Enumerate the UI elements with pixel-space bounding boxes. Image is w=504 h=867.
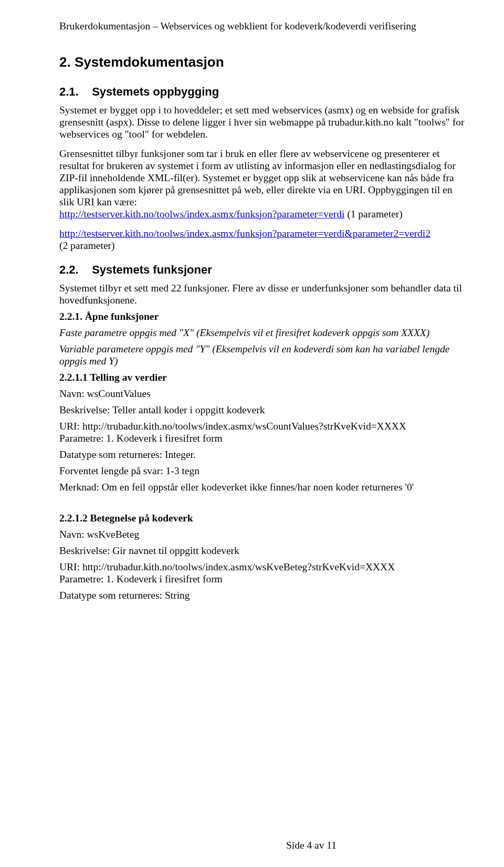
field-uri: URI: http://trubadur.kith.no/toolws/inde… bbox=[59, 561, 467, 573]
heading-text: Systemets funksjoner bbox=[92, 263, 212, 276]
paragraph: Systemet tilbyr et sett med 22 funksjone… bbox=[59, 282, 467, 306]
field-length: Forventet lengde på svar: 1-3 tegn bbox=[59, 465, 467, 477]
uri-link-2[interactable]: http://testserver.kith.no/toolws/index.a… bbox=[59, 228, 430, 239]
text-segment: (1 parameter) bbox=[344, 208, 402, 220]
heading-2-1: 2.1. Systemets oppbygging bbox=[59, 85, 467, 99]
heading-number: 2.2. bbox=[59, 263, 89, 277]
field-parameters: Parametre: 1. Kodeverk i firesifret form bbox=[59, 573, 467, 585]
field-description: Beskrivelse: Teller antall koder i oppgi… bbox=[59, 404, 467, 416]
field-datatype: Datatype som returneres: String bbox=[59, 589, 467, 601]
field-name: Navn: wsCountValues bbox=[59, 388, 467, 400]
field-uri: URI: http://trubadur.kith.no/toolws/inde… bbox=[59, 420, 467, 432]
heading-2-2-1-1: 2.2.1.1 Telling av verdier bbox=[59, 371, 467, 383]
heading-h1: 2. Systemdokumentasjon bbox=[59, 54, 467, 70]
field-note: Merknad: Om en feil oppstår eller kodeve… bbox=[59, 481, 467, 493]
paragraph: http://testserver.kith.no/toolws/index.a… bbox=[59, 227, 467, 252]
heading-2-2-1-2: 2.2.1.2 Betegnelse på kodeverk bbox=[59, 512, 467, 524]
heading-2-2: 2.2. Systemets funksjoner bbox=[59, 263, 467, 277]
text-segment: Grensesnittet tilbyr funksjoner som tar … bbox=[59, 148, 456, 207]
field-name: Navn: wsKveBeteg bbox=[59, 528, 467, 540]
field-description: Beskrivelse: Gir navnet til oppgitt kode… bbox=[59, 545, 467, 557]
paragraph-italic: Faste parametre oppgis med "X" (Eksempel… bbox=[59, 327, 467, 339]
field-parameters: Parametre: 1. Kodeverk i firesifret form bbox=[59, 432, 467, 444]
heading-text: Systemets oppbygging bbox=[92, 85, 219, 98]
paragraph: Systemet er bygget opp i to hoveddeler; … bbox=[59, 104, 467, 140]
heading-2-2-1: 2.2.1. Åpne funksjoner bbox=[59, 310, 467, 322]
paragraph: Grensesnittet tilbyr funksjoner som tar … bbox=[59, 148, 467, 220]
field-datatype: Datatype som returneres: Integer. bbox=[59, 448, 467, 461]
uri-link-1[interactable]: http://testserver.kith.no/toolws/index.a… bbox=[59, 208, 344, 220]
heading-number: 2.1. bbox=[59, 85, 89, 99]
text-segment: (2 parameter) bbox=[59, 240, 115, 251]
page-header: Brukerdokumentasjon – Webservices og web… bbox=[59, 20, 467, 32]
page-footer: Side 4 av 11 bbox=[59, 839, 504, 851]
paragraph-italic: Variable parametere oppgis med "Y" (Ekse… bbox=[59, 343, 467, 367]
